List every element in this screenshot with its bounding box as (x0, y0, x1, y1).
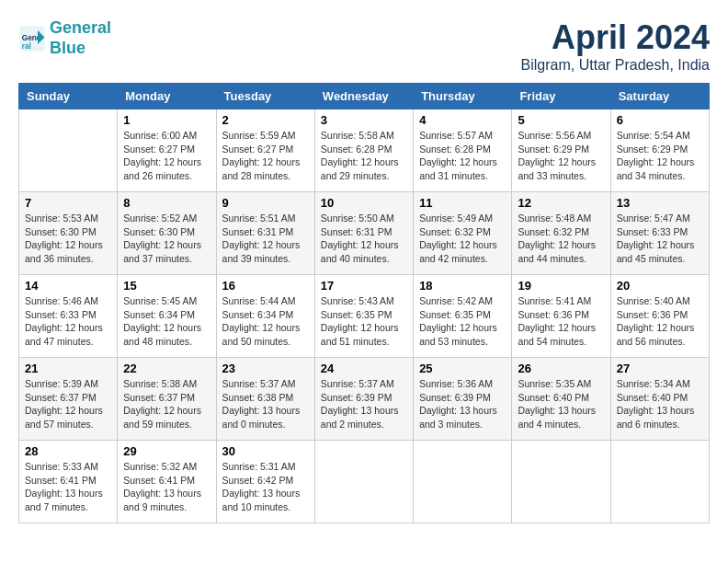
calendar-cell: 11Sunrise: 5:49 AM Sunset: 6:32 PM Dayli… (414, 192, 512, 275)
calendar-week-row: 7Sunrise: 5:53 AM Sunset: 6:30 PM Daylig… (19, 192, 710, 275)
calendar-body: 1Sunrise: 6:00 AM Sunset: 6:27 PM Daylig… (19, 109, 710, 523)
calendar-cell: 18Sunrise: 5:42 AM Sunset: 6:35 PM Dayli… (414, 275, 512, 358)
day-info: Sunrise: 5:40 AM Sunset: 6:36 PM Dayligh… (617, 294, 703, 349)
day-number: 1 (123, 113, 210, 127)
day-number: 17 (321, 279, 407, 293)
day-number: 11 (419, 196, 506, 210)
day-number: 2 (222, 113, 309, 127)
day-number: 5 (518, 113, 604, 127)
day-number: 13 (617, 196, 703, 210)
day-info: Sunrise: 5:56 AM Sunset: 6:29 PM Dayligh… (518, 129, 604, 183)
day-info: Sunrise: 5:53 AM Sunset: 6:30 PM Dayligh… (25, 212, 111, 266)
calendar-cell: 12Sunrise: 5:48 AM Sunset: 6:32 PM Dayli… (512, 192, 610, 275)
day-info: Sunrise: 5:58 AM Sunset: 6:28 PM Dayligh… (321, 129, 407, 183)
month-title: April 2024 (521, 18, 710, 57)
calendar-week-row: 1Sunrise: 6:00 AM Sunset: 6:27 PM Daylig… (19, 109, 710, 192)
weekday-header-sunday: Sunday (19, 84, 118, 109)
day-info: Sunrise: 5:43 AM Sunset: 6:35 PM Dayligh… (321, 294, 407, 349)
calendar-cell: 7Sunrise: 5:53 AM Sunset: 6:30 PM Daylig… (19, 192, 118, 275)
logo-line1: General (50, 18, 111, 37)
day-number: 25 (419, 362, 506, 375)
day-number: 6 (617, 113, 703, 127)
day-info: Sunrise: 5:33 AM Sunset: 6:41 PM Dayligh… (25, 460, 111, 514)
calendar-cell: 17Sunrise: 5:43 AM Sunset: 6:35 PM Dayli… (314, 275, 413, 358)
day-info: Sunrise: 5:44 AM Sunset: 6:34 PM Dayligh… (222, 294, 309, 349)
day-number: 30 (222, 444, 309, 458)
calendar-cell: 13Sunrise: 5:47 AM Sunset: 6:33 PM Dayli… (610, 192, 709, 275)
calendar-week-row: 28Sunrise: 5:33 AM Sunset: 6:41 PM Dayli… (19, 441, 710, 523)
day-number: 16 (222, 279, 309, 293)
calendar-cell (19, 109, 118, 192)
day-number: 12 (518, 196, 604, 210)
calendar-cell: 9Sunrise: 5:51 AM Sunset: 6:31 PM Daylig… (216, 192, 314, 275)
day-info: Sunrise: 5:37 AM Sunset: 6:39 PM Dayligh… (321, 377, 407, 431)
day-info: Sunrise: 5:45 AM Sunset: 6:34 PM Dayligh… (123, 294, 210, 349)
calendar-cell: 29Sunrise: 5:32 AM Sunset: 6:41 PM Dayli… (118, 441, 216, 523)
location-subtitle: Bilgram, Uttar Pradesh, India (521, 57, 710, 74)
day-number: 10 (321, 196, 407, 210)
day-number: 23 (222, 362, 309, 375)
calendar-week-row: 14Sunrise: 5:46 AM Sunset: 6:33 PM Dayli… (19, 275, 710, 358)
day-info: Sunrise: 5:48 AM Sunset: 6:32 PM Dayligh… (518, 212, 604, 266)
day-info: Sunrise: 5:38 AM Sunset: 6:37 PM Dayligh… (123, 377, 210, 431)
calendar-week-row: 21Sunrise: 5:39 AM Sunset: 6:37 PM Dayli… (19, 358, 710, 441)
title-block: April 2024 Bilgram, Uttar Pradesh, India (521, 18, 710, 74)
day-number: 8 (123, 196, 210, 210)
weekday-header-tuesday: Tuesday (216, 84, 314, 109)
day-number: 22 (123, 362, 210, 375)
day-number: 29 (123, 444, 210, 458)
logo-icon: Gene- ral (18, 25, 46, 52)
day-info: Sunrise: 5:36 AM Sunset: 6:39 PM Dayligh… (419, 377, 506, 431)
calendar-cell: 16Sunrise: 5:44 AM Sunset: 6:34 PM Dayli… (216, 275, 314, 358)
calendar-cell: 4Sunrise: 5:57 AM Sunset: 6:28 PM Daylig… (414, 109, 512, 192)
day-number: 27 (617, 362, 703, 375)
calendar-cell (314, 441, 413, 523)
day-info: Sunrise: 5:42 AM Sunset: 6:35 PM Dayligh… (419, 294, 506, 349)
day-info: Sunrise: 5:54 AM Sunset: 6:29 PM Dayligh… (617, 129, 703, 183)
day-info: Sunrise: 5:35 AM Sunset: 6:40 PM Dayligh… (518, 377, 604, 431)
day-info: Sunrise: 5:46 AM Sunset: 6:33 PM Dayligh… (25, 294, 111, 349)
day-info: Sunrise: 5:52 AM Sunset: 6:30 PM Dayligh… (123, 212, 210, 266)
logo-line2: Blue (50, 39, 85, 57)
calendar-cell: 27Sunrise: 5:34 AM Sunset: 6:40 PM Dayli… (610, 358, 709, 441)
weekday-header-saturday: Saturday (610, 84, 709, 109)
day-number: 28 (25, 444, 111, 458)
calendar-cell: 5Sunrise: 5:56 AM Sunset: 6:29 PM Daylig… (512, 109, 610, 192)
calendar-cell: 23Sunrise: 5:37 AM Sunset: 6:38 PM Dayli… (216, 358, 314, 441)
day-number: 20 (617, 279, 703, 293)
logo: Gene- ral General Blue (18, 18, 111, 58)
weekday-header-row: SundayMondayTuesdayWednesdayThursdayFrid… (19, 84, 710, 109)
calendar-cell (512, 441, 610, 523)
day-info: Sunrise: 5:57 AM Sunset: 6:28 PM Dayligh… (419, 129, 506, 183)
day-info: Sunrise: 5:49 AM Sunset: 6:32 PM Dayligh… (419, 212, 506, 266)
day-number: 24 (321, 362, 407, 375)
day-number: 7 (25, 196, 111, 210)
day-number: 19 (518, 279, 604, 293)
day-info: Sunrise: 5:41 AM Sunset: 6:36 PM Dayligh… (518, 294, 604, 349)
calendar-cell: 20Sunrise: 5:40 AM Sunset: 6:36 PM Dayli… (610, 275, 709, 358)
calendar-cell: 3Sunrise: 5:58 AM Sunset: 6:28 PM Daylig… (314, 109, 413, 192)
calendar-table: SundayMondayTuesdayWednesdayThursdayFrid… (18, 83, 710, 523)
day-number: 26 (518, 362, 604, 375)
calendar-cell: 14Sunrise: 5:46 AM Sunset: 6:33 PM Dayli… (19, 275, 118, 358)
day-info: Sunrise: 5:51 AM Sunset: 6:31 PM Dayligh… (222, 212, 309, 266)
day-info: Sunrise: 5:34 AM Sunset: 6:40 PM Dayligh… (617, 377, 703, 431)
page-header: Gene- ral General Blue April 2024 Bilgra… (18, 18, 710, 74)
svg-text:ral: ral (22, 41, 31, 50)
calendar-cell: 8Sunrise: 5:52 AM Sunset: 6:30 PM Daylig… (118, 192, 216, 275)
day-number: 21 (25, 362, 111, 375)
day-number: 4 (419, 113, 506, 127)
day-number: 18 (419, 279, 506, 293)
calendar-cell: 6Sunrise: 5:54 AM Sunset: 6:29 PM Daylig… (610, 109, 709, 192)
calendar-cell: 1Sunrise: 6:00 AM Sunset: 6:27 PM Daylig… (118, 109, 216, 192)
day-info: Sunrise: 5:39 AM Sunset: 6:37 PM Dayligh… (25, 377, 111, 431)
calendar-cell: 26Sunrise: 5:35 AM Sunset: 6:40 PM Dayli… (512, 358, 610, 441)
weekday-header-wednesday: Wednesday (314, 84, 413, 109)
calendar-cell (610, 441, 709, 523)
day-number: 15 (123, 279, 210, 293)
day-info: Sunrise: 5:37 AM Sunset: 6:38 PM Dayligh… (222, 377, 309, 431)
calendar-cell: 19Sunrise: 5:41 AM Sunset: 6:36 PM Dayli… (512, 275, 610, 358)
day-number: 9 (222, 196, 309, 210)
weekday-header-thursday: Thursday (414, 84, 512, 109)
calendar-cell: 15Sunrise: 5:45 AM Sunset: 6:34 PM Dayli… (118, 275, 216, 358)
